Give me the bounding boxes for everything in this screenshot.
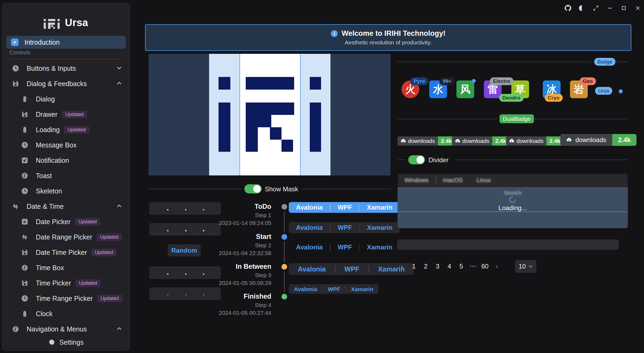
sidebar-item-dialog-feedbacks[interactable]: Dialog & Feedbacks <box>2 77 130 90</box>
settings-button[interactable]: Settings <box>2 334 130 350</box>
tab-linux[interactable]: Linux <box>470 177 498 184</box>
sidebar-item-date-range-picker[interactable]: Date Range PickerUpdated <box>2 231 130 243</box>
corner-badge: Dendro <box>499 94 524 102</box>
sidebar-item-drawer[interactable]: DrawerUpdated <box>2 108 130 121</box>
sidebar-item-introduction[interactable]: Introduction <box>6 36 126 49</box>
chevron-up-icon[interactable] <box>116 81 122 86</box>
page-button-5[interactable]: 5 <box>457 260 466 273</box>
sidebar-item-navigation-menus[interactable]: Navigation & Menus <box>2 323 130 335</box>
sidebar-item-toast[interactable]: Toast <box>2 170 130 182</box>
show-mask-label: Show Mask <box>265 185 298 193</box>
sidebar-item-date-picker[interactable]: Date PickerUpdated <box>2 216 130 228</box>
xamarin-button[interactable]: Xamarin <box>360 224 400 231</box>
prev-page-button[interactable]: ‹ <box>397 260 407 273</box>
right-column: Badge 火Pyro水99+风雷Electro草Dendro冰Cryo岩Geo… <box>397 0 628 353</box>
sidebar-item-buttons-inputs[interactable]: Buttons & Inputs <box>2 62 130 75</box>
wpf-button[interactable]: WPF <box>335 266 369 273</box>
wpf-button[interactable]: WPF <box>330 204 359 211</box>
wpf-button[interactable]: WPF <box>330 224 359 231</box>
sidebar-item-skeleton[interactable]: Skeleton <box>2 185 130 197</box>
chevron-up-icon[interactable] <box>116 326 122 331</box>
divider-toggle[interactable] <box>408 155 425 164</box>
element-tile: 冰Cryo <box>543 80 561 98</box>
app-logo: Ursa <box>2 16 130 29</box>
sidebar-item-clock[interactable]: Clock <box>2 308 130 320</box>
tab-macos[interactable]: macOS <box>436 177 470 184</box>
badge-label: downloads <box>397 136 438 146</box>
floppy-icon <box>12 80 20 88</box>
page-button-2[interactable]: 2 <box>421 260 430 273</box>
show-mask-toggle[interactable] <box>244 184 262 193</box>
xamarin-button[interactable]: Xamarin <box>360 204 400 211</box>
sidebar-item-time-picker[interactable]: Time PickerUpdated <box>2 277 130 289</box>
close-icon[interactable] <box>634 4 642 12</box>
step-date: 2024-01-04 22:32:58 <box>219 250 271 256</box>
avalonia-button[interactable]: Avalonia <box>289 286 322 292</box>
sidebar-item-notification[interactable]: Notification <box>2 154 130 167</box>
corner-badge: Pyro <box>410 77 428 85</box>
chevron-up-icon[interactable] <box>116 203 122 209</box>
battery-icon <box>21 95 29 103</box>
loading-panel: WindowsmacOSLinux Stretch Loading... <box>397 174 628 228</box>
sidebar-item-loading[interactable]: LoadingUpdated <box>2 123 130 136</box>
corner-badge: 99+ <box>439 77 455 85</box>
avalonia-button[interactable]: Avalonia <box>289 204 330 211</box>
xamarin-button[interactable]: Xamarin <box>346 286 378 292</box>
note-icon <box>12 325 20 333</box>
sidebar-item-label: Dialog <box>36 95 55 103</box>
sidebar-item-dialog[interactable]: Dialog <box>2 93 130 105</box>
page-button-60[interactable]: 60 <box>480 260 490 273</box>
sidebar-item-date-time[interactable]: Date & Time <box>2 200 130 213</box>
sidebar-item-date-time-picker[interactable]: Date Time PickerUpdated <box>2 246 130 259</box>
sidebar-item-label: Introduction <box>24 38 60 46</box>
divider <box>455 160 627 160</box>
sidebar-item-label: Dialog & Feedbacks <box>27 80 87 88</box>
sidebar-item-label: Date Time Picker <box>36 249 87 256</box>
sidebar-item-time-range-picker[interactable]: Time Range PickerUpdated <box>2 292 130 305</box>
tab-windows[interactable]: Windows <box>397 177 435 184</box>
sidebar-item-time-box[interactable]: Time Box <box>2 262 130 274</box>
floppy-icon <box>21 279 29 287</box>
chevron-down-icon <box>529 265 533 268</box>
chevron-down-icon[interactable] <box>116 65 122 71</box>
page-size-select[interactable]: 10 <box>515 260 536 273</box>
avalonia-button[interactable]: Avalonia <box>289 244 330 250</box>
clock-icon <box>21 141 29 149</box>
sidebar-item-label: Buttons & Inputs <box>27 65 76 72</box>
loading-label: Loading... <box>397 204 628 212</box>
badge-label: downloads <box>452 136 492 146</box>
dual-badge-downloads: downloads2.4k <box>397 136 455 146</box>
button-group-solid: AvaloniaWPFXamarin <box>289 202 400 213</box>
avalonia-button[interactable]: Avalonia <box>289 224 330 231</box>
divider-label: Divider <box>428 156 449 164</box>
wpf-button[interactable]: WPF <box>323 286 346 292</box>
button-group-filled: AvaloniaWPFXamarin <box>289 222 400 233</box>
step-title: ToDo <box>255 203 271 210</box>
element-tile: 火Pyro <box>402 80 419 98</box>
page-button-4[interactable]: 4 <box>445 260 454 273</box>
step-date: 2023-01-14 09:24:05 <box>219 220 271 226</box>
element-glyph: 风 <box>460 83 470 96</box>
sidebar-item-label: Loading <box>36 126 60 134</box>
updated-badge: Updated <box>64 126 89 134</box>
page-button-1[interactable]: 1 <box>409 260 418 273</box>
wpf-button[interactable]: WPF <box>330 244 359 250</box>
next-page-button[interactable]: › <box>492 260 501 273</box>
clock-icon <box>12 64 20 72</box>
avalonia-button[interactable]: Avalonia <box>289 266 335 273</box>
dual-badge-downloads: downloads2.4k <box>506 136 563 146</box>
sidebar-item-label: Navigation & Menus <box>27 325 87 333</box>
divider <box>397 62 591 62</box>
sidebar-item-message-box[interactable]: Message Box <box>2 139 130 151</box>
xamarin-button[interactable]: Xamarin <box>360 244 400 250</box>
settings-label: Settings <box>59 338 83 346</box>
page-button-3[interactable]: 3 <box>433 260 442 273</box>
sidebar-item-label: Clock <box>36 310 53 318</box>
sidebar-item-label: Time Picker <box>36 279 71 287</box>
sidebar-item-label: Date Picker <box>36 218 71 226</box>
updated-badge: Updated <box>97 295 122 302</box>
updated-badge: Updated <box>91 249 117 256</box>
step-connector <box>284 271 285 292</box>
divider <box>149 189 242 189</box>
step-dot-icon <box>281 204 287 210</box>
